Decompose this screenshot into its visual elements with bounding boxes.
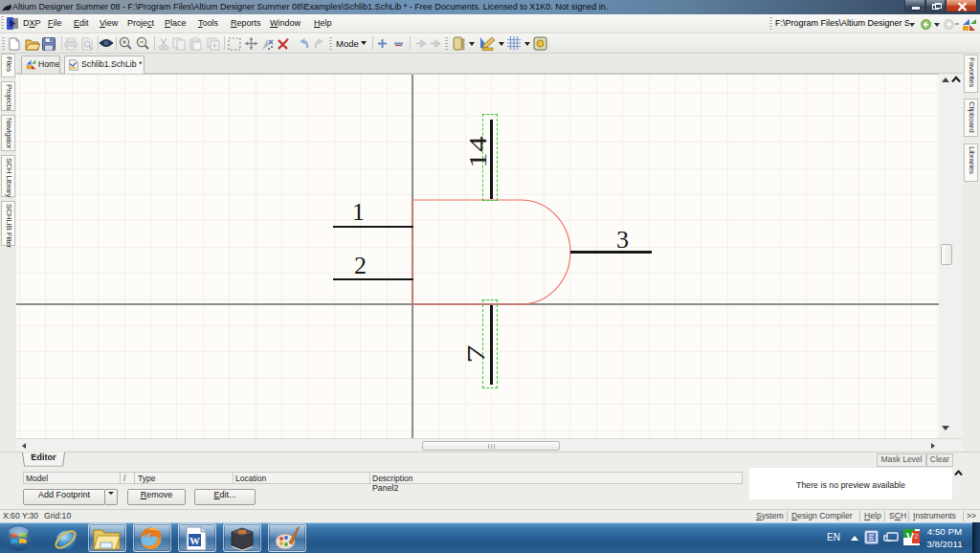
svg-text:V: V: [906, 531, 914, 544]
svg-text:W: W: [189, 535, 200, 546]
svg-text:2: 2: [914, 532, 919, 541]
